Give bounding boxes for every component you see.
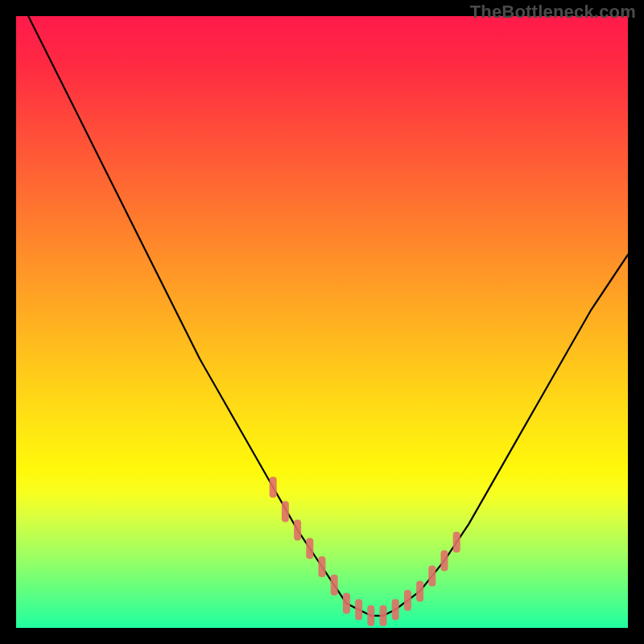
watermark-text: TheBottleneck.com [470, 2, 636, 23]
highlight-marker [306, 538, 313, 559]
highlight-marker [404, 590, 411, 611]
bottleneck-curve [28, 16, 628, 616]
highlight-marker [343, 593, 350, 614]
highlight-marker [367, 605, 374, 626]
highlight-marker [294, 519, 301, 540]
highlight-band [270, 477, 460, 626]
chart-svg [16, 16, 628, 628]
highlight-marker [428, 565, 436, 586]
highlight-marker [453, 532, 460, 553]
highlight-marker [270, 477, 277, 497]
highlight-marker [282, 502, 289, 522]
highlight-marker [355, 599, 362, 620]
highlight-marker [416, 580, 423, 601]
highlight-marker [380, 605, 387, 626]
highlight-marker [441, 550, 448, 571]
highlight-marker [331, 575, 338, 596]
highlight-marker [392, 599, 399, 620]
bottleneck-curve-path [28, 16, 628, 616]
highlight-marker [319, 556, 326, 577]
